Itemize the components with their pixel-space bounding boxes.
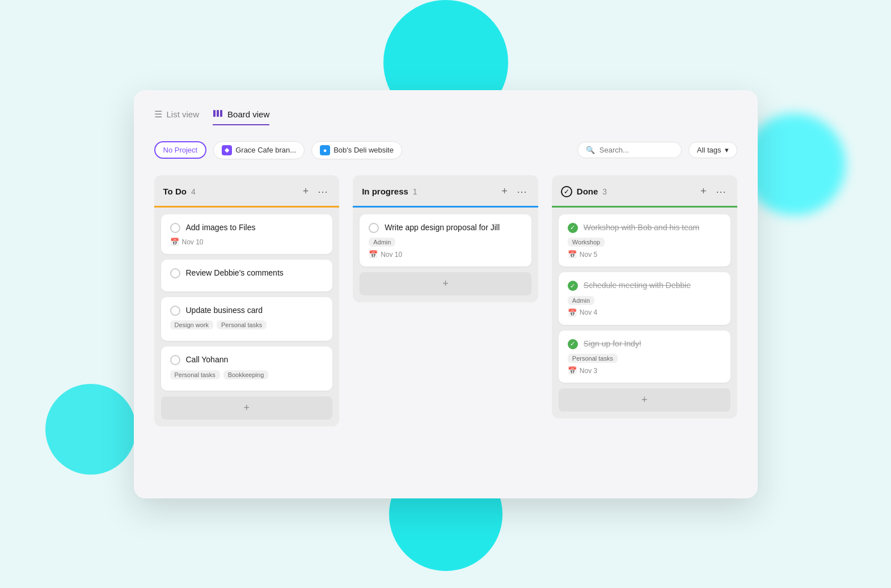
blob-right	[744, 113, 846, 215]
tag-design-work[interactable]: Design work	[170, 320, 214, 329]
column-done: ✓ Done 3 + ⋯ ✓ Workshop with Bob and his…	[552, 175, 737, 419]
search-box[interactable]: 🔍	[577, 142, 682, 158]
card-signup-indy: ✓ Sign up for Indy! Personal tasks 📅 Nov…	[559, 331, 730, 383]
tag-admin[interactable]: Admin	[369, 238, 395, 247]
done-menu-button[interactable]: ⋯	[713, 184, 728, 199]
svg-rect-2	[220, 110, 222, 117]
card-title-schedule-meeting: Schedule meeting with Debbie	[584, 280, 691, 291]
card-date-add-images: 📅 Nov 10	[170, 238, 324, 246]
todo-menu-button[interactable]: ⋯	[315, 184, 330, 199]
list-view-icon: ☰	[154, 109, 162, 120]
card-tags-schedule-meeting: Admin	[568, 296, 721, 305]
column-todo-count: 4	[191, 187, 196, 196]
all-tags-button[interactable]: All tags ▾	[689, 142, 737, 158]
card-check-schedule-meeting[interactable]: ✓	[568, 281, 578, 291]
inprogress-menu-button[interactable]: ⋯	[514, 184, 529, 199]
card-title-add-images: Add images to Files	[186, 222, 256, 234]
card-schedule-meeting: ✓ Schedule meeting with Debbie Admin 📅 N…	[559, 272, 730, 325]
done-line	[552, 206, 737, 208]
card-date-schedule-meeting: 📅 Nov 4	[568, 308, 721, 317]
card-tags-update-business: Design work Personal tasks	[170, 320, 324, 329]
card-title-review-debbie: Review Debbie's comments	[186, 268, 284, 279]
column-done-title: Done	[577, 187, 598, 196]
column-todo-title: To Do	[163, 187, 187, 196]
card-title-signup-indy: Sign up for Indy!	[584, 339, 641, 350]
card-check-review-debbie[interactable]	[170, 268, 180, 278]
card-title-update-business: Update business card	[186, 305, 263, 316]
tag-admin-2[interactable]: Admin	[568, 296, 594, 305]
todo-add-button[interactable]: +	[301, 184, 311, 198]
done-add-card-button[interactable]: +	[559, 388, 730, 412]
tag-bookkeeping[interactable]: Bookkeeping	[223, 370, 269, 379]
column-todo: To Do 4 + ⋯ Add images to Files 📅 Nov 10	[154, 175, 340, 426]
app-window: ☰ List view Board view No Project ◆ Grac…	[134, 90, 758, 498]
tag-personal-tasks-3[interactable]: Personal tasks	[568, 354, 618, 363]
column-inprogress-count: 1	[413, 187, 417, 196]
bobs-deli-icon: ●	[320, 145, 330, 155]
card-check-add-images[interactable]	[170, 223, 180, 233]
done-check-icon: ✓	[561, 186, 572, 197]
chevron-down-icon: ▾	[725, 146, 729, 154]
tab-bar: ☰ List view Board view	[154, 108, 737, 125]
tag-personal-tasks-2[interactable]: Personal tasks	[170, 370, 220, 379]
inprogress-add-button[interactable]: +	[499, 184, 510, 198]
done-add-button[interactable]: +	[698, 184, 709, 198]
column-done-header: ✓ Done 3 + ⋯	[552, 175, 737, 199]
card-date-write-proposal: 📅 Nov 10	[369, 250, 522, 259]
calendar-icon-2: 📅	[369, 250, 378, 259]
card-title-call-yohann: Call Yohann	[186, 354, 229, 366]
card-workshop: ✓ Workshop with Bob and his team Worksho…	[559, 214, 730, 267]
card-title-write-proposal: Write app design proposal for Jill	[385, 222, 500, 234]
inprogress-line	[353, 206, 538, 208]
column-done-count: 3	[602, 187, 607, 196]
card-review-debbie: Review Debbie's comments	[161, 260, 333, 291]
calendar-icon-4: 📅	[568, 308, 577, 317]
card-check-workshop[interactable]: ✓	[568, 223, 578, 233]
calendar-icon-5: 📅	[568, 366, 577, 375]
card-title-workshop: Workshop with Bob and his team	[584, 222, 699, 234]
svg-rect-0	[213, 110, 216, 117]
todo-add-card-button[interactable]: +	[161, 396, 333, 420]
filter-no-project[interactable]: No Project	[154, 141, 207, 159]
grace-cafe-icon: ◆	[222, 145, 232, 155]
board-view-icon	[213, 108, 223, 121]
tab-board-view[interactable]: Board view	[213, 108, 269, 125]
card-tags-workshop: Workshop	[568, 238, 721, 247]
board: To Do 4 + ⋯ Add images to Files 📅 Nov 10	[154, 175, 737, 426]
card-check-call-yohann[interactable]	[170, 355, 180, 365]
calendar-icon-3: 📅	[568, 250, 577, 259]
tag-personal-tasks[interactable]: Personal tasks	[217, 320, 267, 329]
card-add-images: Add images to Files 📅 Nov 10	[161, 214, 333, 255]
column-inprogress-header: In progress 1 + ⋯	[353, 175, 538, 199]
card-update-business: Update business card Design work Persona…	[161, 297, 333, 341]
search-input[interactable]	[599, 146, 673, 154]
svg-rect-1	[217, 110, 219, 117]
card-date-signup-indy: 📅 Nov 3	[568, 366, 721, 375]
calendar-icon: 📅	[170, 238, 179, 246]
search-icon: 🔍	[586, 146, 595, 154]
card-tags-call-yohann: Personal tasks Bookkeeping	[170, 370, 324, 379]
card-tags-write-proposal: Admin	[369, 238, 522, 247]
inprogress-add-card-button[interactable]: +	[360, 272, 531, 295]
column-todo-header: To Do 4 + ⋯	[154, 175, 340, 199]
filter-grace-cafe[interactable]: ◆ Grace Cafe bran...	[213, 141, 305, 159]
tag-workshop[interactable]: Workshop	[568, 238, 605, 247]
filter-bobs-deli[interactable]: ● Bob's Deli website	[311, 141, 402, 159]
filter-bar: No Project ◆ Grace Cafe bran... ● Bob's …	[154, 141, 737, 159]
todo-line	[154, 206, 340, 208]
card-tags-signup-indy: Personal tasks	[568, 354, 721, 363]
tab-list-view[interactable]: ☰ List view	[154, 109, 200, 124]
card-check-signup-indy[interactable]: ✓	[568, 339, 578, 349]
card-date-workshop: 📅 Nov 5	[568, 250, 721, 259]
blob-left	[45, 384, 136, 475]
card-call-yohann: Call Yohann Personal tasks Bookkeeping	[161, 346, 333, 391]
card-check-write-proposal[interactable]	[369, 223, 379, 233]
column-inprogress: In progress 1 + ⋯ Write app design propo…	[353, 175, 538, 303]
card-write-proposal: Write app design proposal for Jill Admin…	[360, 214, 531, 267]
column-inprogress-title: In progress	[362, 187, 408, 196]
card-check-update-business[interactable]	[170, 306, 180, 316]
